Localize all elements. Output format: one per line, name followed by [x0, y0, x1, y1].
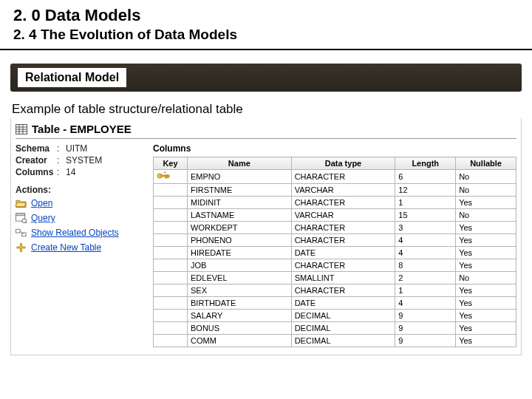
- cell-datatype: DECIMAL: [291, 335, 395, 347]
- cell-key: [154, 222, 188, 234]
- action-related[interactable]: Show Related Objects: [16, 228, 146, 238]
- meta-label: Creator: [16, 155, 57, 166]
- table-title-prefix: Table -: [32, 123, 69, 135]
- meta-colon: :: [57, 143, 66, 154]
- cell-nullable: Yes: [456, 259, 516, 272]
- cell-nullable: No: [456, 170, 516, 184]
- columns-heading: Columns: [153, 143, 516, 154]
- table-row[interactable]: HIREDATEDATE4Yes: [154, 247, 516, 259]
- cell-nullable: Yes: [456, 222, 516, 234]
- cell-nullable: No: [456, 209, 516, 222]
- action-link[interactable]: Create New Table: [31, 242, 101, 253]
- cell-length: 1: [395, 284, 456, 297]
- slide-header: 2. 0 Data Models 2. 4 The Evolution of D…: [0, 0, 532, 46]
- table-title-row: Table - EMPLOYEE: [16, 121, 516, 139]
- table-row[interactable]: LASTNAMEVARCHAR15No: [154, 209, 516, 222]
- cell-nullable: Yes: [456, 310, 516, 322]
- cell-datatype: CHARACTER: [291, 234, 395, 247]
- meta-row-columns: Columns : 14: [16, 167, 146, 177]
- cell-datatype: DATE: [291, 247, 395, 259]
- svg-rect-10: [16, 229, 20, 233]
- cell-name: LASTNAME: [188, 209, 292, 222]
- action-link[interactable]: Query: [31, 213, 55, 223]
- cell-key: [154, 335, 188, 347]
- cell-key: [154, 297, 188, 310]
- table-row[interactable]: EDLEVELSMALLINT2No: [154, 272, 516, 284]
- cell-datatype: SMALLINT: [291, 272, 395, 284]
- cell-length: 3: [395, 222, 456, 234]
- table-title: Table - EMPLOYEE: [32, 123, 132, 135]
- table-row[interactable]: JOBCHARACTER8Yes: [154, 259, 516, 272]
- table-row[interactable]: *EMPNOCHARACTER6No: [154, 170, 516, 184]
- table-icon: [16, 124, 27, 134]
- action-link[interactable]: Show Related Objects: [31, 228, 119, 238]
- primary-key-icon: *: [157, 171, 170, 180]
- action-link[interactable]: Open: [31, 198, 52, 208]
- cell-name: EDLEVEL: [188, 272, 292, 284]
- svg-rect-15: [166, 175, 167, 178]
- cell-key: [154, 284, 188, 297]
- cell-datatype: CHARACTER: [291, 259, 395, 272]
- table-row[interactable]: COMMDECIMAL9Yes: [154, 335, 516, 347]
- table-row[interactable]: WORKDEPTCHARACTER3Yes: [154, 222, 516, 234]
- cell-key: [154, 322, 188, 335]
- meta-colon: :: [57, 155, 66, 166]
- cell-length: 2: [395, 272, 456, 284]
- action-open[interactable]: Open: [16, 198, 146, 208]
- cell-length: 8: [395, 259, 456, 272]
- table-row[interactable]: SALARYDECIMAL9Yes: [154, 310, 516, 322]
- slide-body: Relational Model Example of table struct…: [0, 50, 532, 355]
- cell-name: HIREDATE: [188, 247, 292, 259]
- table-row[interactable]: BONUSDECIMAL9Yes: [154, 322, 516, 335]
- meta-label: Columns: [16, 167, 57, 177]
- cell-nullable: Yes: [456, 335, 516, 347]
- query-icon: [16, 213, 27, 223]
- plus-icon: [16, 242, 27, 253]
- meta-row-schema: Schema : UITM: [16, 143, 146, 154]
- col-header-name: Name: [188, 157, 292, 170]
- cell-name: COMM: [188, 335, 292, 347]
- cell-name: FIRSTNME: [188, 184, 292, 197]
- meta-value: SYSTEM: [66, 155, 102, 166]
- table-row[interactable]: SEXCHARACTER1Yes: [154, 284, 516, 297]
- cell-datatype: DECIMAL: [291, 310, 395, 322]
- meta-row-creator: Creator : SYSTEM: [16, 155, 146, 166]
- cell-datatype: DECIMAL: [291, 322, 395, 335]
- table-row[interactable]: PHONENOCHARACTER4Yes: [154, 234, 516, 247]
- col-header-nullable: Nullable: [456, 157, 516, 170]
- table-row[interactable]: FIRSTNMEVARCHAR12No: [154, 184, 516, 197]
- table-title-name: EMPLOYEE: [69, 123, 131, 135]
- svg-rect-7: [16, 214, 24, 216]
- cell-length: 4: [395, 247, 456, 259]
- cell-length: 6: [395, 170, 456, 184]
- table-row[interactable]: BIRTHDATEDATE4Yes: [154, 297, 516, 310]
- columns-table-body: *EMPNOCHARACTER6NoFIRSTNMEVARCHAR12NoMID…: [154, 170, 516, 347]
- cell-nullable: Yes: [456, 197, 516, 209]
- table-row[interactable]: MIDINITCHARACTER1Yes: [154, 197, 516, 209]
- section-banner: Relational Model: [10, 64, 522, 92]
- heading-2: 2. 4 The Evolution of Data Models: [13, 27, 519, 43]
- action-create[interactable]: Create New Table: [16, 242, 146, 253]
- cell-nullable: Yes: [456, 247, 516, 259]
- cell-nullable: Yes: [456, 234, 516, 247]
- cell-name: BONUS: [188, 322, 292, 335]
- section-title: Relational Model: [18, 68, 126, 87]
- cell-length: 9: [395, 322, 456, 335]
- cell-length: 9: [395, 310, 456, 322]
- cell-nullable: No: [456, 184, 516, 197]
- cell-name: EMPNO: [188, 170, 292, 184]
- cell-key: [154, 197, 188, 209]
- cell-key: [154, 259, 188, 272]
- cell-nullable: Yes: [456, 284, 516, 297]
- cell-name: WORKDEPT: [188, 222, 292, 234]
- cell-datatype: CHARACTER: [291, 197, 395, 209]
- col-header-key: Key: [154, 157, 188, 170]
- cell-key: [154, 234, 188, 247]
- db-panel: Table - EMPLOYEE Schema : UITM Creator :…: [10, 118, 522, 355]
- cell-name: MIDINIT: [188, 197, 292, 209]
- cell-length: 4: [395, 234, 456, 247]
- action-query[interactable]: Query: [16, 213, 146, 223]
- cell-key: [154, 247, 188, 259]
- cell-name: PHONENO: [188, 234, 292, 247]
- cell-length: 12: [395, 184, 456, 197]
